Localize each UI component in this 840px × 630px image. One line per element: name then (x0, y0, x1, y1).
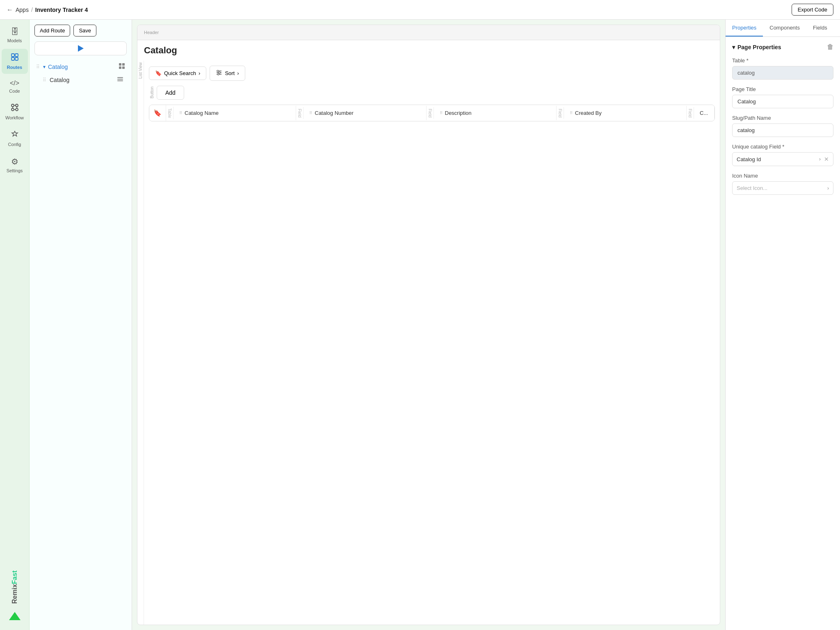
svg-point-4 (11, 104, 14, 107)
unique-field-select[interactable]: Catalog Id › ✕ (732, 152, 833, 166)
models-icon: 🗄 (11, 27, 19, 37)
icon-field-select[interactable]: Select Icon... › (732, 181, 833, 195)
tab-components[interactable]: Components (763, 20, 806, 37)
brand-remix: Remix (11, 584, 18, 604)
table-col-extra[interactable]: C... (694, 106, 714, 120)
route-list-icon (117, 76, 123, 84)
route-label-catalog: Catalog (48, 64, 68, 70)
brand-fast: Fast (11, 571, 18, 584)
chevron-right-icon: › (819, 156, 821, 162)
tab-fields[interactable]: Fields (806, 20, 834, 37)
sort-label: Sort (225, 70, 235, 76)
routes-panel: Add Route Save ⠿ ▾ Catalog ⠿ Catalog (30, 20, 132, 630)
drag-handle: ⠿ (43, 77, 46, 83)
section-title: ▾ Page Properties 🗑 (732, 43, 833, 51)
col-created-by-label: Created By (575, 110, 602, 116)
slug-field-label: Slug/Path Name (732, 115, 833, 121)
right-panel: Properties Components Fields ▾ Page Prop… (725, 20, 840, 630)
routes-icon (11, 53, 19, 63)
sidebar-label-settings: Settings (7, 168, 23, 173)
quick-search-chevron-icon: › (199, 70, 200, 76)
quick-search-button[interactable]: 🔖 Quick Search › (149, 66, 206, 80)
unique-field-label: Unique catalog Field * (732, 144, 833, 150)
table-col-description[interactable]: ⠿ Description (434, 106, 557, 120)
svg-point-24 (217, 73, 219, 75)
svg-rect-17 (117, 79, 123, 80)
delete-button[interactable]: 🗑 (827, 43, 833, 51)
svg-point-7 (16, 108, 18, 111)
col-drag-dots-3: ⠿ (440, 111, 443, 115)
scroll-up-button[interactable] (7, 609, 22, 623)
save-button[interactable]: Save (73, 25, 96, 37)
back-button[interactable]: ← (7, 6, 13, 14)
bookmark-column: 🔖 (149, 105, 166, 121)
field-group-unique: Unique catalog Field * Catalog Id › ✕ (732, 144, 833, 166)
tab-properties[interactable]: Properties (726, 20, 763, 37)
svg-rect-3 (15, 57, 18, 60)
preview-play-button[interactable] (34, 41, 127, 55)
svg-rect-2 (11, 57, 14, 60)
table-field-input[interactable] (732, 66, 833, 80)
canvas-content: 🔖 Quick Search › (144, 61, 720, 625)
sidebar-item-workflow[interactable]: Workflow (2, 99, 28, 124)
table-field-label: Table * (732, 57, 833, 64)
field-group-icon: Icon Name Select Icon... › (732, 173, 833, 195)
table-header: 🔖 Table ⠿ Catalog Name Field ⠿ Catalog N… (149, 105, 714, 121)
canvas-header-bar: Header (137, 25, 720, 40)
config-icon (11, 130, 19, 140)
route-grid-icon (119, 63, 125, 71)
sidebar: 🗄 Models Routes </> Code (0, 20, 30, 630)
svg-rect-14 (119, 66, 121, 69)
panel-tabs: Properties Components Fields (726, 20, 840, 37)
list-view-label: List View (137, 61, 144, 625)
svg-point-5 (16, 104, 18, 107)
table-col-catalog-number[interactable]: ⠿ Catalog Number (304, 106, 426, 120)
field-label-4: Field (687, 107, 694, 119)
export-code-button[interactable]: Export Code (792, 4, 833, 16)
unique-field-value: Catalog Id (737, 156, 817, 162)
play-icon (78, 45, 84, 52)
page-title-field-label: Page Title (732, 86, 833, 92)
settings-icon: ⚙ (11, 157, 18, 167)
section-title-text: Page Properties (737, 44, 781, 50)
sidebar-item-models[interactable]: 🗄 Models (2, 23, 28, 47)
drag-handle: ⠿ (36, 64, 40, 70)
sidebar-item-settings[interactable]: ⚙ Settings (2, 153, 28, 177)
canvas-body: List View 🔖 Quick Search › (137, 61, 720, 625)
up-arrow-icon (9, 612, 21, 620)
topbar: ← Apps / Inventory Tracker 4 Export Code (0, 0, 840, 20)
add-record-button[interactable]: Add (157, 86, 184, 100)
chevron-down-icon: ▾ (732, 44, 735, 50)
table-col-catalog-name[interactable]: ⠿ Catalog Name (173, 106, 296, 120)
filter-sliders-icon (216, 69, 222, 77)
route-item-catalog[interactable]: ⠿ ▾ Catalog (34, 60, 127, 73)
header-label: Header (144, 30, 159, 35)
page-title-field-input[interactable] (732, 95, 833, 108)
chevron-right-icon-2: › (827, 185, 829, 191)
add-route-button[interactable]: Add Route (34, 25, 70, 37)
svg-rect-12 (119, 63, 121, 66)
sort-chevron-icon: › (237, 70, 239, 76)
clear-unique-field-button[interactable]: ✕ (824, 156, 829, 162)
sort-button[interactable]: Sort › (210, 66, 245, 81)
canvas: Header Catalog List View 🔖 Quick Search (132, 20, 725, 630)
main-layout: 🗄 Models Routes </> Code (0, 20, 840, 630)
button-label: Button (149, 86, 155, 99)
sidebar-item-routes[interactable]: Routes (2, 49, 28, 74)
sidebar-label-routes: Routes (7, 65, 22, 70)
slug-field-input[interactable] (732, 123, 833, 137)
sidebar-label-code: Code (9, 89, 20, 94)
svg-point-6 (11, 108, 14, 111)
table-preview: 🔖 Table ⠿ Catalog Name Field ⠿ Catalog N… (149, 105, 715, 121)
table-label: Table (166, 107, 173, 120)
sidebar-label-workflow: Workflow (5, 115, 24, 120)
sidebar-item-config[interactable]: Config (2, 126, 28, 151)
table-col-created-by[interactable]: ⠿ Created By (564, 106, 687, 120)
col-catalog-number-label: Catalog Number (315, 110, 354, 116)
apps-breadcrumb[interactable]: Apps (16, 7, 29, 13)
sidebar-item-code[interactable]: </> Code (2, 75, 28, 98)
sub-route-catalog[interactable]: ⠿ Catalog (34, 73, 127, 87)
brand-logo[interactable]: RemixFast (11, 571, 18, 604)
col-extra-label: C... (700, 110, 708, 116)
field-label-3: Field (557, 107, 564, 119)
